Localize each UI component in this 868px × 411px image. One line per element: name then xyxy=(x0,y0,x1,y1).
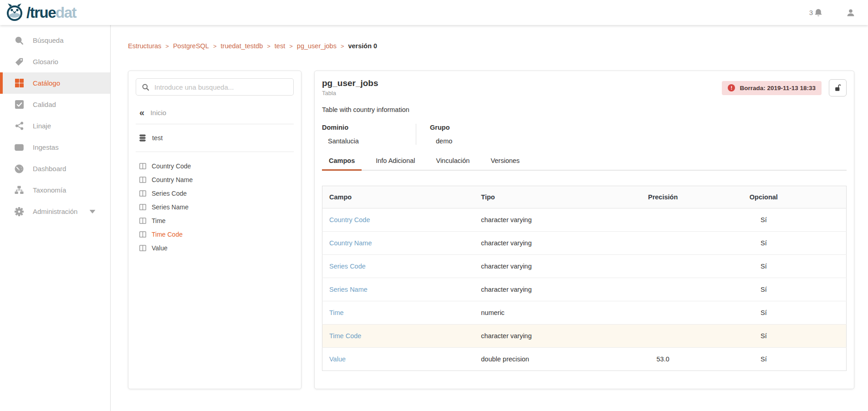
table-column-icon xyxy=(139,163,146,169)
tab-vinculacion[interactable]: Vinculación xyxy=(429,157,476,170)
check-square-icon xyxy=(14,100,24,109)
field-type: character varying xyxy=(474,208,610,232)
explorer-column-item[interactable]: Series Code xyxy=(136,187,294,200)
status-badge-text: Borrada: 2019-11-13 18:33 xyxy=(740,85,816,91)
lock-toggle-button[interactable] xyxy=(829,79,847,96)
column-header-tipo: Tipo xyxy=(474,186,610,208)
double-chevron-left-icon: « xyxy=(139,108,144,117)
breadcrumb-separator: > xyxy=(341,43,344,50)
field-optional: Sí xyxy=(715,278,847,301)
column-label: Series Code xyxy=(152,190,187,197)
notifications-button[interactable]: 3 xyxy=(809,8,822,17)
gauge-icon xyxy=(14,164,24,173)
table-row: Country Name character varying Sí xyxy=(322,232,847,255)
meta-value: demo xyxy=(430,137,452,145)
explorer-column-item[interactable]: Series Name xyxy=(136,200,294,214)
sidebar-item-linaje[interactable]: Linaje xyxy=(0,115,110,137)
search-icon xyxy=(14,36,24,45)
detail-header-actions: ! Borrada: 2019-11-13 18:33 xyxy=(722,79,847,96)
table-column-icon xyxy=(139,218,146,224)
breadcrumb-link[interactable]: test xyxy=(275,42,285,50)
breadcrumb-link[interactable]: pg_user_jobs xyxy=(297,42,337,50)
user-menu-button[interactable] xyxy=(846,8,855,17)
table-column-icon xyxy=(139,245,146,251)
breadcrumb-link[interactable]: Estructuras xyxy=(128,42,161,50)
sidebar-item-label: Administración xyxy=(33,208,77,215)
page-title: pg_user_jobs xyxy=(322,78,378,88)
table-column-icon xyxy=(139,190,146,197)
field-type: double precision xyxy=(474,348,610,371)
breadcrumb-link[interactable]: PostgreSQL xyxy=(173,42,209,50)
main-layout: Búsqueda Glosario Catálogo xyxy=(0,25,868,411)
sidebar-item-administracion[interactable]: Administración xyxy=(0,201,110,222)
sidebar-item-busqueda[interactable]: Búsqueda xyxy=(0,30,110,51)
top-header: /truedat 3 xyxy=(0,0,868,25)
topbar-actions: 3 xyxy=(809,8,855,17)
sitemap-icon xyxy=(14,186,24,194)
field-link[interactable]: Time xyxy=(329,309,344,316)
chevron-down-icon xyxy=(87,210,97,213)
tab-info-adicional[interactable]: Info Adicional xyxy=(369,157,422,170)
field-precision xyxy=(611,301,715,325)
field-link[interactable]: Value xyxy=(329,355,346,363)
structure-explorer-panel: « Inicio test xyxy=(128,71,301,389)
explorer-back-home[interactable]: « Inicio xyxy=(136,108,294,117)
breadcrumb-separator: > xyxy=(267,43,271,50)
grid-icon xyxy=(14,79,24,87)
column-label: Time xyxy=(152,217,166,224)
column-label: Value xyxy=(152,244,168,252)
database-icon xyxy=(139,134,146,142)
field-precision xyxy=(611,208,715,232)
sidebar-item-dashboard[interactable]: Dashboard xyxy=(0,158,110,179)
sidebar-item-taxonomia[interactable]: Taxonomía xyxy=(0,179,110,201)
explorer-column-item[interactable]: Country Code xyxy=(136,159,294,173)
breadcrumb-separator: > xyxy=(165,43,169,50)
panels-row: « Inicio test xyxy=(128,71,854,389)
explorer-column-item[interactable]: Value xyxy=(136,241,294,255)
explorer-column-item-selected[interactable]: Time Code xyxy=(136,228,294,241)
title-block: pg_user_jobs Tabla xyxy=(322,71,378,96)
content-area: Estructuras > PostgreSQL > truedat_testd… xyxy=(111,25,868,411)
detail-header: pg_user_jobs Tabla ! Borrada: 2019-11-13… xyxy=(322,71,847,96)
sidebar-item-label: Taxonomía xyxy=(33,186,66,194)
sidebar-item-ingestas[interactable]: Ingestas xyxy=(0,137,110,158)
field-type: numeric xyxy=(474,301,610,325)
meta-section: Dominio Santalucia Grupo demo xyxy=(322,124,847,145)
table-row: Value double precision 53.0 Sí xyxy=(322,348,847,371)
column-header-campo: Campo xyxy=(322,186,475,208)
brand-logo[interactable]: /truedat xyxy=(6,3,76,22)
explorer-column-item[interactable]: Time xyxy=(136,214,294,228)
sidebar-item-label: Linaje xyxy=(33,122,51,130)
divider xyxy=(136,152,294,152)
meta-label: Grupo xyxy=(430,124,452,131)
tab-campos[interactable]: Campos xyxy=(322,157,362,170)
field-precision xyxy=(611,232,715,255)
tag-icon xyxy=(14,57,24,66)
column-label: Time Code xyxy=(152,231,183,238)
field-type: character varying xyxy=(474,325,610,348)
sidebar-item-calidad[interactable]: Calidad xyxy=(0,94,110,115)
notification-count: 3 xyxy=(809,9,813,16)
sidebar-item-catalogo[interactable]: Catálogo xyxy=(0,72,110,94)
tab-versiones[interactable]: Versiones xyxy=(484,157,526,170)
breadcrumb-current: versión 0 xyxy=(348,42,377,50)
field-optional: Sí xyxy=(715,301,847,325)
explorer-search-input[interactable] xyxy=(154,83,288,91)
field-link[interactable]: Country Code xyxy=(329,216,370,223)
explorer-parent-item[interactable]: test xyxy=(136,131,294,145)
column-label: Country Name xyxy=(152,176,193,183)
meta-value: Santalucia xyxy=(322,137,399,145)
table-column-icon xyxy=(139,231,146,238)
field-precision xyxy=(611,278,715,301)
field-link[interactable]: Country Name xyxy=(329,239,372,247)
gear-icon xyxy=(14,207,24,216)
field-type: character varying xyxy=(474,232,610,255)
breadcrumb-link[interactable]: truedat_testdb xyxy=(221,42,263,50)
column-label: Country Code xyxy=(152,162,191,170)
sidebar-item-glosario[interactable]: Glosario xyxy=(0,51,110,72)
field-link[interactable]: Series Code xyxy=(329,263,366,270)
field-link[interactable]: Series Name xyxy=(329,286,368,293)
explorer-column-item[interactable]: Country Name xyxy=(136,173,294,187)
sidebar-item-label: Glosario xyxy=(33,58,58,66)
field-link[interactable]: Time Code xyxy=(329,332,361,340)
